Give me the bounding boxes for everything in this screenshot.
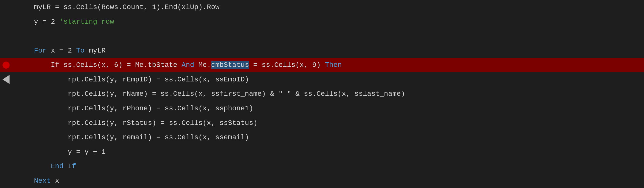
line-content-4: For x = 2 To myLR bbox=[12, 43, 644, 58]
code-if-start: If ss.Cells(x, 6) = Me.tbState bbox=[17, 61, 181, 69]
code-text: x bbox=[51, 177, 59, 185]
code-text: myLR = ss.Cells(Rows.Count, 1).End(xlUp)… bbox=[17, 3, 220, 11]
gutter-1 bbox=[0, 0, 12, 15]
code-line-6: rpt.Cells(y, rEmpID) = ss.Cells(x, ssEmp… bbox=[0, 72, 644, 87]
code-line-10: rpt.Cells(y, remail) = ss.Cells(x, ssema… bbox=[0, 130, 644, 145]
line-content-1: myLR = ss.Cells(Rows.Count, 1).End(xlUp)… bbox=[12, 0, 644, 15]
code-text: rpt.Cells(y, rPhone) = ss.Cells(x, sspho… bbox=[17, 105, 253, 112]
code-line-4: For x = 2 To myLR bbox=[0, 43, 644, 58]
line-content-13: Next x bbox=[12, 173, 644, 188]
keyword-and: And bbox=[181, 61, 194, 69]
gutter-9 bbox=[0, 116, 12, 130]
gutter-13 bbox=[0, 173, 12, 188]
gutter-10 bbox=[0, 130, 12, 145]
code-line-7: rpt.Cells(y, rName) = ss.Cells(x, ssfirs… bbox=[0, 87, 644, 101]
gutter-4 bbox=[0, 43, 12, 58]
line-content-2: y = 2 'starting row bbox=[12, 15, 644, 29]
code-text: rpt.Cells(y, remail) = ss.Cells(x, ssema… bbox=[17, 133, 249, 141]
line-content-11: y = y + 1 bbox=[12, 145, 644, 159]
gutter-2 bbox=[0, 15, 12, 29]
code-line-9: rpt.Cells(y, rStatus) = ss.Cells(x, ssSt… bbox=[0, 116, 644, 130]
line-content-7: rpt.Cells(y, rName) = ss.Cells(x, ssfirs… bbox=[12, 87, 644, 101]
code-text: rpt.Cells(y, rStatus) = ss.Cells(x, ssSt… bbox=[17, 119, 257, 127]
comment-text: 'starting row bbox=[59, 18, 114, 26]
gutter-12 bbox=[0, 159, 12, 174]
code-equals: = ss.Cells(x, 9) bbox=[249, 61, 325, 69]
line-content-12: End If bbox=[12, 159, 644, 174]
gutter-7 bbox=[0, 87, 12, 101]
breakpoint-icon bbox=[3, 62, 10, 69]
code-line-8: rpt.Cells(y, rPhone) = ss.Cells(x, sspho… bbox=[0, 101, 644, 116]
code-container: myLR = ss.Cells(Rows.Count, 1).End(xlUp)… bbox=[0, 0, 644, 188]
keyword-end-if: End If bbox=[51, 162, 76, 170]
code-line-3 bbox=[0, 29, 644, 43]
line-content-10: rpt.Cells(y, remail) = ss.Cells(x, ssema… bbox=[12, 130, 644, 145]
gutter-6 bbox=[0, 72, 12, 87]
code-text: myLR bbox=[85, 47, 106, 55]
keyword-then: Then bbox=[325, 61, 342, 69]
selected-cmbstatus: cmbStatus bbox=[211, 61, 249, 69]
gutter-11 bbox=[0, 145, 12, 159]
code-line-1: myLR = ss.Cells(Rows.Count, 1).End(xlUp)… bbox=[0, 0, 644, 15]
code-editor: myLR = ss.Cells(Rows.Count, 1).End(xlUp)… bbox=[0, 0, 644, 188]
code-me-dot: Me. bbox=[194, 61, 211, 69]
line-content-9: rpt.Cells(y, rStatus) = ss.Cells(x, ssSt… bbox=[12, 116, 644, 130]
code-line-12: End If bbox=[0, 159, 644, 174]
code-text-indent bbox=[17, 162, 51, 170]
keyword-next: Next bbox=[17, 177, 51, 185]
line-content-5: If ss.Cells(x, 6) = Me.tbState And Me.cm… bbox=[12, 58, 644, 72]
gutter-8 bbox=[0, 101, 12, 116]
code-text: y = 2 bbox=[17, 18, 59, 26]
gutter-3 bbox=[0, 29, 12, 43]
code-text: rpt.Cells(y, rName) = ss.Cells(x, ssfirs… bbox=[17, 90, 405, 98]
keyword-to: To bbox=[76, 47, 85, 55]
gutter-5 bbox=[0, 58, 12, 72]
code-text bbox=[17, 32, 21, 40]
code-line-11: y = y + 1 bbox=[0, 145, 644, 159]
line-content-3 bbox=[12, 29, 644, 43]
code-line-2: y = 2 'starting row bbox=[0, 15, 644, 29]
cursor-arrow-icon bbox=[3, 75, 10, 84]
line-content-6: rpt.Cells(y, rEmpID) = ss.Cells(x, ssEmp… bbox=[12, 72, 644, 87]
line-content-8: rpt.Cells(y, rPhone) = ss.Cells(x, sspho… bbox=[12, 101, 644, 116]
code-text: y = y + 1 bbox=[17, 148, 106, 156]
code-line-13: Next x bbox=[0, 173, 644, 188]
code-line-5: If ss.Cells(x, 6) = Me.tbState And Me.cm… bbox=[0, 58, 644, 72]
code-text: x = 2 bbox=[47, 47, 76, 55]
code-text: rpt.Cells(y, rEmpID) = ss.Cells(x, ssEmp… bbox=[17, 76, 249, 83]
keyword-for: For bbox=[17, 47, 47, 55]
